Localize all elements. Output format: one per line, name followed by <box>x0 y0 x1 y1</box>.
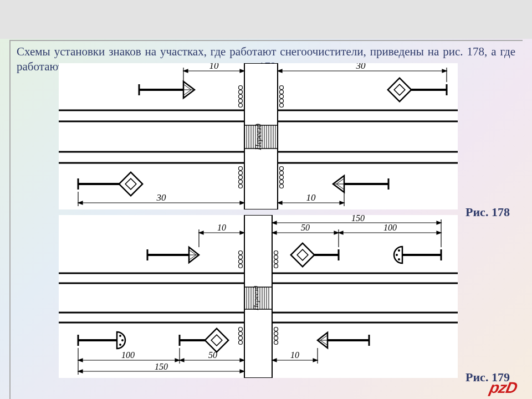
svg-marker-181 <box>313 359 318 362</box>
svg-point-34 <box>239 167 243 171</box>
svg-point-138 <box>119 335 121 337</box>
svg-marker-157 <box>437 221 441 224</box>
svg-marker-153 <box>240 231 244 234</box>
svg-point-106 <box>239 255 243 259</box>
dim-label: 50 <box>208 350 217 360</box>
svg-point-42 <box>280 180 284 184</box>
svg-point-43 <box>280 185 284 188</box>
svg-point-113 <box>239 328 243 331</box>
dim-label: 30 <box>156 192 167 203</box>
svg-point-114 <box>239 332 243 336</box>
diamond-sign-icon <box>291 243 339 267</box>
svg-marker-168 <box>78 359 83 362</box>
svg-marker-66 <box>240 69 244 73</box>
svg-point-26 <box>239 95 243 99</box>
svg-marker-163 <box>437 231 441 234</box>
svg-point-30 <box>280 90 284 94</box>
diagram-178: Переезд <box>59 63 458 209</box>
dim-label: 100 <box>121 350 135 360</box>
svg-point-27 <box>239 99 243 103</box>
svg-point-120 <box>274 341 278 345</box>
triangle-sign-icon <box>333 176 388 192</box>
rzd-logo: pzD <box>488 379 518 397</box>
svg-rect-143 <box>205 329 228 352</box>
svg-point-38 <box>239 185 243 188</box>
svg-rect-56 <box>119 172 142 196</box>
svg-marker-174 <box>78 370 83 373</box>
figure-178-label: Рис. 178 <box>466 205 510 219</box>
svg-marker-162 <box>339 231 343 234</box>
svg-point-105 <box>239 251 243 255</box>
svg-point-108 <box>239 264 243 268</box>
svg-point-36 <box>239 176 243 180</box>
svg-point-135 <box>398 258 400 260</box>
svg-point-111 <box>274 260 278 264</box>
dim-label: 150 <box>155 362 168 371</box>
svg-point-33 <box>280 104 284 108</box>
svg-point-119 <box>274 336 278 340</box>
svg-point-117 <box>274 328 278 331</box>
triangle-sign-icon <box>139 81 195 98</box>
page: Схемы установки знаков на участках, где … <box>0 0 532 399</box>
svg-marker-81 <box>340 201 344 204</box>
dim-label: 10 <box>306 192 316 203</box>
dim-label: 10 <box>217 223 226 232</box>
svg-point-139 <box>121 339 124 341</box>
svg-point-28 <box>239 104 243 108</box>
svg-marker-172 <box>240 359 244 362</box>
svg-point-37 <box>239 180 243 184</box>
svg-point-41 <box>280 176 284 180</box>
svg-point-116 <box>239 341 243 345</box>
header-bar <box>0 0 532 39</box>
svg-point-31 <box>280 95 284 99</box>
dim-label: 150 <box>351 215 365 223</box>
svg-point-24 <box>239 86 243 90</box>
crossing-label-179: Переезд <box>252 285 260 311</box>
triangle-sign-icon <box>318 332 369 348</box>
triangle-sign-icon <box>147 247 199 263</box>
svg-point-25 <box>239 90 243 94</box>
svg-marker-171 <box>180 359 184 362</box>
svg-rect-129 <box>291 243 314 267</box>
svg-point-29 <box>280 86 284 90</box>
svg-marker-70 <box>278 69 282 73</box>
diamond-sign-icon <box>180 329 228 352</box>
diamond-sign-icon <box>78 172 142 196</box>
svg-marker-75 <box>78 201 83 204</box>
crossing-label-178: Переезд <box>254 124 263 151</box>
svg-point-115 <box>239 336 243 340</box>
svg-point-39 <box>280 167 284 171</box>
svg-point-133 <box>398 249 400 252</box>
svg-marker-156 <box>272 221 277 224</box>
dim-label: 10 <box>209 63 219 71</box>
svg-rect-52 <box>388 78 411 101</box>
diagram-179: Переезд <box>59 215 458 378</box>
dim-label: 100 <box>383 223 397 232</box>
dim-label: 30 <box>356 63 366 71</box>
svg-marker-71 <box>442 69 447 73</box>
svg-marker-80 <box>278 201 282 204</box>
svg-point-32 <box>280 99 284 103</box>
svg-marker-152 <box>199 231 203 234</box>
svg-point-35 <box>239 171 243 175</box>
svg-marker-76 <box>240 201 244 204</box>
dim-label: 10 <box>290 350 299 360</box>
svg-marker-175 <box>240 370 244 373</box>
svg-point-140 <box>119 344 121 346</box>
svg-point-112 <box>274 264 278 268</box>
svg-point-109 <box>274 251 278 255</box>
svg-marker-65 <box>183 69 188 73</box>
diamond-sign-icon <box>388 78 447 101</box>
dim-label: 50 <box>301 223 310 232</box>
svg-point-107 <box>239 260 243 264</box>
halfcircle-sign-icon <box>78 332 125 349</box>
svg-point-134 <box>396 254 398 256</box>
svg-marker-159 <box>272 231 277 234</box>
svg-marker-180 <box>272 359 277 362</box>
svg-point-118 <box>274 332 278 336</box>
halfcircle-sign-icon <box>394 247 441 263</box>
svg-point-110 <box>274 255 278 259</box>
svg-point-40 <box>280 171 284 175</box>
